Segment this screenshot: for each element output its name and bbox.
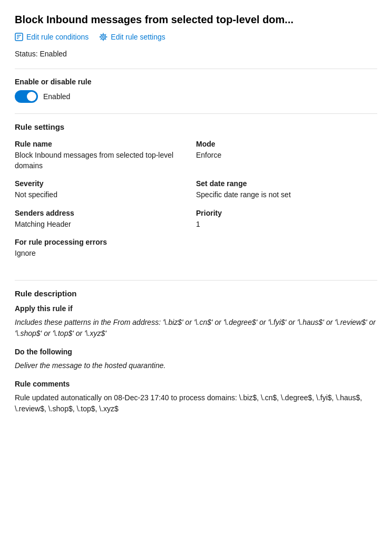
enable-heading: Enable or disable rule [15, 78, 377, 86]
priority-value: 1 [196, 219, 369, 230]
rule-comments-text: Rule updated autonatically on 08-Dec-23 … [15, 392, 377, 414]
status-value: Enabled [40, 50, 66, 58]
senders-address-cell: Senders address Matching Header [15, 209, 196, 238]
rule-name-value: Block Inbound messages from selected top… [15, 150, 188, 171]
action-bar: Edit rule conditions Edit rule settings [15, 33, 377, 41]
rule-name-label: Rule name [15, 140, 188, 148]
severity-label: Severity [15, 179, 188, 188]
rule-comments-heading: Rule comments [15, 380, 377, 388]
processing-errors-value: Ignore [15, 248, 188, 259]
divider-3 [15, 280, 377, 281]
mode-value: Enforce [196, 150, 369, 161]
mode-cell: Mode Enforce [196, 140, 377, 179]
enable-section: Enable or disable rule Enabled [15, 78, 377, 103]
senders-address-label: Senders address [15, 209, 188, 217]
edit-conditions-link[interactable]: Edit rule conditions [15, 33, 89, 41]
rule-description-heading: Rule description [15, 289, 377, 298]
rule-description-section: Rule description Apply this rule if Incl… [15, 289, 377, 414]
processing-errors-cell: For rule processing errors Ignore [15, 238, 196, 267]
toggle-knob [27, 92, 36, 101]
edit-conditions-label: Edit rule conditions [26, 33, 89, 41]
do-following-heading: Do the following [15, 348, 377, 356]
settings-grid: Rule name Block Inbound messages from se… [15, 140, 377, 267]
date-range-label: Set date range [196, 179, 369, 188]
status-label: Status: [15, 50, 38, 58]
processing-errors-label: For rule processing errors [15, 238, 188, 246]
toggle-label: Enabled [43, 92, 70, 101]
priority-label: Priority [196, 209, 369, 217]
senders-address-value: Matching Header [15, 219, 188, 230]
rule-name-cell: Rule name Block Inbound messages from se… [15, 140, 196, 179]
date-range-cell: Set date range Specific date range is no… [196, 179, 377, 209]
rule-settings-section: Rule settings Rule name Block Inbound me… [15, 122, 377, 267]
empty-cell [196, 238, 377, 267]
page-title: Block Inbound messages from selected top… [15, 13, 377, 26]
apply-if-heading: Apply this rule if [15, 304, 377, 313]
severity-value: Not specified [15, 190, 188, 200]
status-line: Status: Enabled [15, 50, 377, 58]
rule-settings-heading: Rule settings [15, 122, 377, 131]
priority-cell: Priority 1 [196, 209, 377, 238]
severity-cell: Severity Not specified [15, 179, 196, 209]
mode-label: Mode [196, 140, 369, 148]
enable-toggle[interactable] [15, 90, 38, 103]
edit-settings-link[interactable]: Edit rule settings [99, 33, 165, 41]
edit-settings-icon [99, 33, 107, 41]
toggle-row: Enabled [15, 90, 377, 103]
do-following-text: Deliver the message to the hosted quaran… [15, 360, 377, 371]
divider-1 [15, 69, 377, 69]
svg-point-5 [101, 35, 106, 40]
apply-if-text: Includes these patterns in the From addr… [15, 317, 377, 339]
svg-point-4 [102, 36, 104, 38]
edit-conditions-icon [15, 33, 23, 41]
date-range-value: Specific date range is not set [196, 190, 369, 200]
divider-2 [15, 113, 377, 114]
edit-settings-label: Edit rule settings [111, 33, 165, 41]
